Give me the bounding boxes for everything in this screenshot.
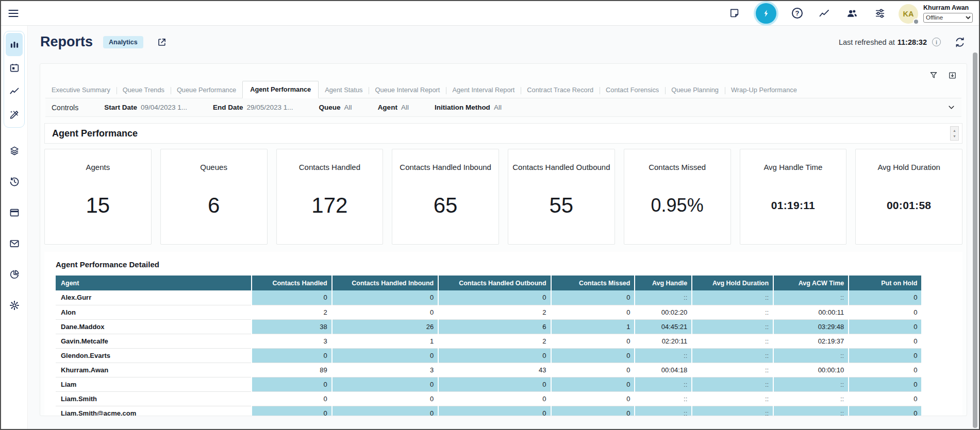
info-icon[interactable]: i <box>932 38 941 46</box>
sidebar-item-metrics[interactable] <box>6 79 23 102</box>
hamburger-menu-icon[interactable] <box>7 7 20 20</box>
agent-name-cell: Dane.Maddox <box>56 319 252 334</box>
external-link-icon[interactable] <box>157 37 167 47</box>
analytics-badge: Analytics <box>103 36 143 48</box>
sidebar <box>1 26 28 429</box>
metrics-icon[interactable] <box>818 7 830 20</box>
agent-name-cell: Liam.Smith@acme.com <box>56 406 252 416</box>
metric-cell: :: <box>692 319 773 334</box>
metric-cell: :: <box>692 334 773 348</box>
filter-label: End Date <box>213 104 243 111</box>
column-header-avg-hold-duration[interactable]: Avg Hold Duration <box>692 276 773 290</box>
sidebar-item-reports[interactable] <box>6 33 23 56</box>
table-row-liam: Liam0000::::::0 <box>56 377 921 391</box>
detail-panel: Agent Performance Detailed AgentContacts… <box>44 252 962 416</box>
column-header-avg-handle[interactable]: Avg Handle <box>635 276 692 290</box>
column-header-contacts-handled-inbound[interactable]: Contacts Handled Inbound <box>332 276 439 290</box>
sidebar-item-reports-pie[interactable] <box>1 259 27 290</box>
metric-cell: :: <box>773 406 849 416</box>
kpi-label: Avg Handle Time <box>763 163 822 171</box>
filter-agent[interactable]: AgentAll <box>378 104 409 111</box>
sidebar-item-content[interactable] <box>6 102 23 126</box>
metric-cell: 00:04:18 <box>635 363 692 377</box>
column-header-put-on-hold[interactable]: Put on Hold <box>849 276 921 290</box>
agent-name-cell: Alex.Gurr <box>56 290 252 305</box>
tab-agent-performance[interactable]: Agent Performance <box>242 81 319 98</box>
kpi-label: Contacts Handled Inbound <box>400 163 491 171</box>
filter-value: All <box>344 104 352 111</box>
filter-queue[interactable]: QueueAll <box>319 104 352 111</box>
kpi-card-contacts-handled-outbound: Contacts Handled Outbound55 <box>508 149 615 245</box>
users-icon[interactable] <box>846 7 858 20</box>
column-header-contacts-handled[interactable]: Contacts Handled <box>252 276 332 290</box>
boost-lightning-icon[interactable] <box>756 3 776 24</box>
tab-queue-planning[interactable]: Queue Planning <box>665 82 725 98</box>
filter-icon[interactable] <box>929 71 938 80</box>
metric-cell: 0 <box>252 377 332 391</box>
metric-cell: 0 <box>252 348 332 363</box>
metric-cell: 02:20:11 <box>635 334 692 348</box>
agent-status-select[interactable]: Offline <box>923 13 973 23</box>
tab-wrap-up-performance[interactable]: Wrap-Up Performance <box>725 82 803 98</box>
sidebar-item-settings[interactable] <box>1 290 27 321</box>
metric-cell: :: <box>635 348 692 363</box>
notes-icon[interactable] <box>728 7 740 19</box>
avatar-initials: KA <box>903 10 914 18</box>
kpi-label: Queues <box>200 163 227 171</box>
tab-agent-status[interactable]: Agent Status <box>319 82 369 98</box>
tab-executive-summary[interactable]: Executive Summary <box>45 82 117 98</box>
metric-cell: 0 <box>332 406 439 416</box>
metric-cell: 03:29:48 <box>773 319 849 334</box>
kpi-value: 15 <box>86 193 110 218</box>
bar-chart-icon <box>9 39 20 50</box>
column-header-contacts-missed[interactable]: Contacts Missed <box>551 276 635 290</box>
sidebar-item-layers[interactable] <box>1 135 27 166</box>
sidebar-item-history[interactable] <box>1 166 27 197</box>
filter-end-date[interactable]: End Date29/05/2023 1... <box>213 104 293 111</box>
controls-label: Controls <box>52 104 78 112</box>
metric-cell: :: <box>692 305 773 319</box>
filter-label: Start Date <box>104 104 137 111</box>
sidebar-item-schedule[interactable] <box>6 56 23 79</box>
column-header-avg-acw-time[interactable]: Avg ACW Time <box>773 276 849 290</box>
tab-queue-trends[interactable]: Queue Trends <box>117 82 171 98</box>
metric-cell: 2 <box>252 305 332 319</box>
kpi-card-queues: Queues6 <box>160 149 268 245</box>
tab-contact-forensics[interactable]: Contact Forensics <box>600 82 665 98</box>
page-scrollbar[interactable] <box>973 53 977 428</box>
metric-cell: 0 <box>438 348 551 363</box>
download-icon[interactable] <box>948 71 957 80</box>
tab-queue-interval-report[interactable]: Queue Interval Report <box>369 82 446 98</box>
tab-agent-interval-report[interactable]: Agent Interval Report <box>446 82 521 98</box>
stepper-control[interactable]: ▲ ▼ <box>950 126 959 141</box>
gear-icon <box>9 300 20 311</box>
metric-cell: 2 <box>438 305 551 319</box>
table-row-alex-gurr: Alex.Gurr0000::::::0 <box>56 290 921 305</box>
section-header: Agent Performance ▲ ▼ <box>44 123 962 144</box>
help-icon[interactable]: ? <box>792 8 803 19</box>
metric-cell: :: <box>692 290 773 305</box>
metric-cell: 43 <box>438 363 551 377</box>
refresh-icon[interactable] <box>954 37 966 48</box>
avatar[interactable]: KA <box>899 4 918 24</box>
metric-cell: 89 <box>252 363 332 377</box>
metric-cell: 0 <box>438 406 551 416</box>
filter-initiation-method[interactable]: Initiation MethodAll <box>435 104 502 111</box>
topbar-icon-group: ? <box>728 3 886 24</box>
kpi-label: Contacts Missed <box>649 163 706 171</box>
chevron-down-icon[interactable] <box>948 104 955 111</box>
sidebar-item-email[interactable] <box>1 228 27 259</box>
app-window: ? <box>0 0 980 430</box>
column-header-contacts-handled-outbound[interactable]: Contacts Handled Outbound <box>438 276 551 290</box>
brush-edit-icon <box>9 109 20 120</box>
column-header-agent[interactable]: Agent <box>56 276 252 290</box>
metric-cell: 6 <box>438 319 551 334</box>
agent-name-cell: Glendon.Evarts <box>56 348 252 363</box>
tab-contract-trace-record[interactable]: Contract Trace Record <box>521 82 600 98</box>
tab-queue-performance[interactable]: Queue Performance <box>171 82 242 98</box>
preferences-sliders-icon[interactable] <box>874 7 886 20</box>
sidebar-item-apps[interactable] <box>1 197 27 228</box>
metric-cell: :: <box>635 377 692 391</box>
filter-start-date[interactable]: Start Date09/04/2023 1... <box>104 104 187 111</box>
sidebar-analytics-group <box>4 31 25 128</box>
